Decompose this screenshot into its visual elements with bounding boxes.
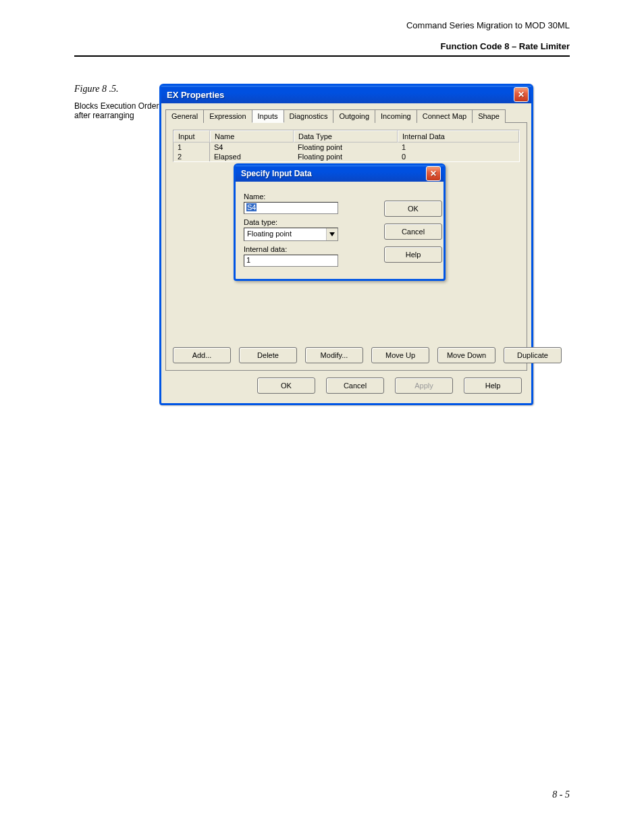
cancel-button[interactable]: Cancel [326,377,384,394]
table-row[interactable]: 2 Elapsed Floating point 0 [173,152,519,161]
close-icon[interactable]: ✕ [426,166,441,181]
ex-properties-window: EX Properties ✕ General Expression Input… [159,84,533,405]
modal-titlebar[interactable]: Specify Input Data ✕ [236,165,444,182]
tab-shape[interactable]: Shape [472,109,506,123]
titlebar[interactable]: EX Properties ✕ [161,86,531,103]
modify-button[interactable]: Modify... [305,347,363,363]
name-label: Name: [244,192,371,201]
close-icon[interactable]: ✕ [514,87,529,102]
add-button[interactable]: Add... [173,347,231,363]
name-field[interactable]: S4 [244,202,338,214]
tab-expression[interactable]: Expression [203,109,252,123]
data-type-label: Data type: [244,218,371,226]
row-data-type: Floating point [294,152,398,161]
data-type-select[interactable]: Floating point [244,228,338,241]
col-input[interactable]: Input [173,130,210,142]
move-up-button[interactable]: Move Up [371,347,429,363]
tab-inputs[interactable]: Inputs [252,109,284,123]
row-index: 2 [173,152,210,161]
specify-input-dialog: Specify Input Data ✕ Name: S4 Data type:… [234,163,446,281]
tab-connect-map[interactable]: Connect Map [417,109,473,123]
move-down-button[interactable]: Move Down [437,347,495,363]
col-name[interactable]: Name [210,130,294,142]
col-internal-data[interactable]: Internal Data [398,130,519,142]
internal-data-field[interactable]: 1 [244,255,338,267]
ok-button[interactable]: OK [384,201,442,217]
internal-data-label: Internal data: [244,245,371,253]
section-title: Function Code 8 – Rate Limiter [74,41,570,57]
row-name: S4 [210,142,294,152]
window-title: EX Properties [167,90,224,100]
figure-label: Figure 8 .5. [74,84,159,95]
tab-incoming[interactable]: Incoming [375,109,417,123]
tab-bar: General Expression Inputs Diagnostics Ou… [165,109,527,123]
row-internal: 1 [398,142,519,152]
row-internal: 0 [398,152,519,161]
table-row[interactable]: 1 S4 Floating point 1 [173,142,519,152]
col-data-type[interactable]: Data Type [294,130,398,142]
chevron-down-icon[interactable] [326,228,338,240]
data-type-value: Floating point [244,228,326,240]
cancel-button[interactable]: Cancel [384,224,442,240]
svg-marker-0 [329,232,335,236]
inputs-table[interactable]: Input Name Data Type Internal Data 1 S4 … [173,130,520,162]
inputs-panel: Input Name Data Type Internal Data 1 S4 … [165,123,527,371]
row-data-type: Floating point [294,142,398,152]
tab-general[interactable]: General [165,109,204,123]
duplicate-button[interactable]: Duplicate [504,347,562,363]
row-index: 1 [173,142,210,152]
tab-diagnostics[interactable]: Diagnostics [284,109,334,123]
modal-title: Specify Input Data [241,169,312,178]
apply-button[interactable]: Apply [395,377,453,394]
ok-button[interactable]: OK [257,377,315,394]
doc-title: Command Series Migration to MOD 30ML [74,20,570,30]
tab-outgoing[interactable]: Outgoing [333,109,375,123]
row-name: Elapsed [210,152,294,161]
delete-button[interactable]: Delete [239,347,297,363]
help-button[interactable]: Help [384,246,442,263]
page-number: 8 - 5 [552,789,570,800]
help-button[interactable]: Help [464,377,522,394]
figure-caption: Blocks Execution Order after rearranging [74,101,159,120]
